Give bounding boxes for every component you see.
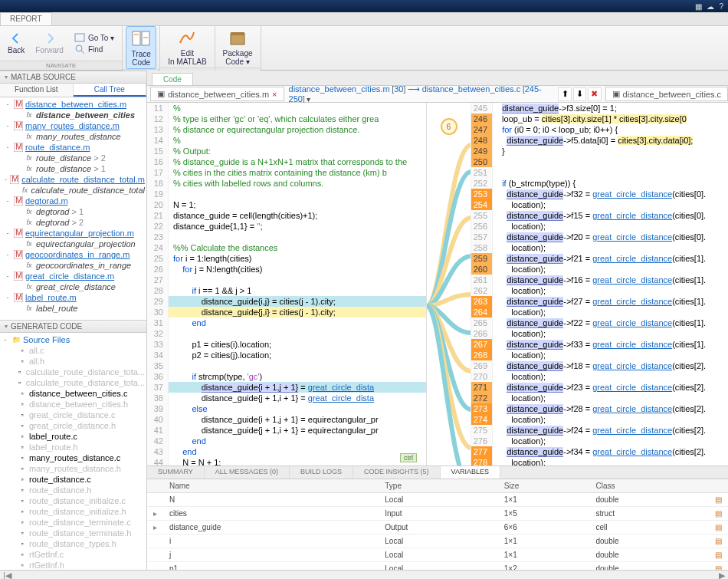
- source-file-row[interactable]: ▫ label_route.h: [0, 442, 146, 452]
- code-line[interactable]: 36 if strcmp(type, 'gc'): [147, 371, 426, 382]
- expand-icon[interactable]: ▸: [147, 507, 163, 521]
- tree-row[interactable]: fx calculate_route_distance_total: [0, 185, 146, 196]
- file-tab-m[interactable]: ▣ distance_between_cities.m ×: [150, 87, 284, 101]
- code-line[interactable]: 14%: [147, 135, 426, 146]
- tree-row[interactable]: fx geocoordinates_in_range: [0, 260, 146, 271]
- source-file-row[interactable]: ▫ route_distance_terminate.c: [0, 517, 146, 528]
- close-icon[interactable]: ×: [272, 90, 277, 99]
- variable-row[interactable]: ▸citiesInput1×5struct▤: [147, 507, 728, 521]
- code-line[interactable]: 25for i = 1:length(cities): [147, 253, 426, 264]
- trace-code-button[interactable]: Trace Code: [126, 26, 156, 69]
- variable-row[interactable]: iLocal1×1double▤: [147, 535, 728, 548]
- source-file-row[interactable]: ▫ all.c: [0, 345, 146, 356]
- details-icon[interactable]: ▤: [709, 507, 728, 521]
- code-line[interactable]: 28 if i == 1 && j > 1: [147, 285, 426, 296]
- tree-row[interactable]: -M distance_between_cities.m: [0, 99, 146, 110]
- scroll-left-icon[interactable]: |◀: [3, 571, 11, 579]
- code-line[interactable]: 268 location);: [471, 350, 728, 360]
- tab-all-messages[interactable]: ALL MESSAGES (0): [205, 466, 290, 479]
- code-line[interactable]: 251: [471, 167, 728, 178]
- code-line[interactable]: 29 distance_guide{i,j} = cities(j - 1).c…: [147, 296, 426, 307]
- variable-row[interactable]: p1Local1×2double▤: [147, 562, 728, 571]
- grid-icon[interactable]: ▦: [695, 2, 702, 11]
- details-icon[interactable]: ▤: [709, 548, 728, 562]
- tab-report[interactable]: REPORT: [0, 12, 52, 25]
- panel-matlab-source[interactable]: MATLAB SOURCE: [0, 71, 146, 84]
- tab-function-list[interactable]: Function List: [0, 84, 74, 97]
- variable-row[interactable]: NLocal1×1double▤: [147, 493, 728, 507]
- code-line[interactable]: 275 distance_guide->f24 = great_circle_d…: [471, 425, 728, 436]
- source-file-row[interactable]: ▫ route_distance_initialize.c: [0, 495, 146, 506]
- scroll-right-icon[interactable]: ▶: [719, 571, 725, 579]
- prev-trace-button[interactable]: ⬆: [558, 87, 571, 101]
- tree-row[interactable]: fx route_distance > 2: [0, 153, 146, 163]
- code-line[interactable]: 41 distance_guide{j + 1,i + 1} = equirec…: [147, 425, 426, 436]
- code-line[interactable]: 253 distance_guide->f32 = great_circle_d…: [471, 189, 728, 199]
- code-line[interactable]: 37 distance_guide{i + 1,j + 1} = great_c…: [147, 382, 426, 393]
- code-line[interactable]: 11%: [147, 103, 426, 113]
- source-file-row[interactable]: ▫ calculate_route_distance_tota...: [0, 367, 146, 377]
- code-line[interactable]: 255 distance_guide->f15 = great_circle_d…: [471, 210, 728, 221]
- package-code-button[interactable]: Package Code ▾: [218, 26, 257, 67]
- back-button[interactable]: Back: [3, 31, 29, 56]
- code-line[interactable]: 35: [147, 360, 426, 371]
- tree-row[interactable]: fx great_circle_distance: [0, 281, 146, 292]
- code-line[interactable]: 250: [471, 156, 728, 167]
- source-files-header[interactable]: -📁 Source Files: [0, 334, 146, 345]
- code-line[interactable]: 248 distance_guide->f5.data[i0] = cities…: [471, 135, 728, 146]
- source-file-row[interactable]: ▫ rtGetInf.c: [0, 549, 146, 560]
- panel-generated-code[interactable]: GENERATED CODE: [0, 320, 146, 333]
- code-line[interactable]: 266 location);: [471, 328, 728, 339]
- code-line[interactable]: 246 loop_ub = cities[3].city.size[1] * c…: [471, 113, 728, 124]
- crumb-src[interactable]: distance_between_cities.m: [289, 84, 390, 94]
- code-line[interactable]: 257 distance_guide->f20 = great_circle_d…: [471, 232, 728, 242]
- tree-row[interactable]: -M degtorad.m: [0, 196, 146, 206]
- expand-icon[interactable]: ▸: [147, 521, 163, 535]
- code-line[interactable]: 15% Output:: [147, 146, 426, 156]
- source-file-row[interactable]: ▫ distance_between_cities.h: [0, 399, 146, 410]
- code-line[interactable]: 259 distance_guide->f21 = great_circle_d…: [471, 253, 728, 264]
- source-file-row[interactable]: ▫ route_distance_initialize.h: [0, 506, 146, 517]
- source-file-row[interactable]: ▫ many_routes_distance.c: [0, 452, 146, 463]
- code-line[interactable]: 20N = 1;: [147, 199, 426, 210]
- code-line[interactable]: 26 for j = N:length(cities): [147, 264, 426, 275]
- code-line[interactable]: 40 distance_guide{i + 1,j + 1} = equirec…: [147, 414, 426, 425]
- col-class[interactable]: Class: [589, 479, 709, 493]
- tree-row[interactable]: -M equirectangular_projection.m: [0, 228, 146, 239]
- cloud-icon[interactable]: ☁: [707, 2, 714, 11]
- code-line[interactable]: 261 distance_guide->f16 = great_circle_d…: [471, 275, 728, 285]
- code-line[interactable]: 276 location);: [471, 436, 728, 446]
- col-type[interactable]: Type: [379, 479, 497, 493]
- next-trace-button[interactable]: ⬇: [573, 87, 586, 101]
- tree-row[interactable]: -M many_routes_distance.m: [0, 120, 146, 131]
- code-line[interactable]: 17% cities in the cities matrix containi…: [147, 167, 426, 178]
- code-line[interactable]: 33 p1 = cities(i).location;: [147, 339, 426, 350]
- code-line[interactable]: 270 location);: [471, 371, 728, 382]
- code-line[interactable]: 13% distance or equirectangular projecti…: [147, 124, 426, 135]
- source-file-row[interactable]: ▫ great_circle_distance.c: [0, 410, 146, 420]
- tab-summary[interactable]: SUMMARY: [147, 466, 205, 479]
- tab-call-tree[interactable]: Call Tree: [74, 84, 147, 97]
- code-line[interactable]: 43 end: [147, 446, 426, 457]
- tree-row[interactable]: -M route_distance.m: [0, 142, 146, 153]
- code-line[interactable]: 18% cities with labelled rows and column…: [147, 178, 426, 189]
- tree-row[interactable]: -M label_route.m: [0, 292, 146, 303]
- tree-row[interactable]: -M geocoordinates_in_range.m: [0, 249, 146, 260]
- code-line[interactable]: 24%% Calculate the distances: [147, 242, 426, 253]
- code-line[interactable]: 31 end: [147, 317, 426, 328]
- tree-row[interactable]: fx degtorad > 2: [0, 217, 146, 228]
- code-line[interactable]: 23: [147, 232, 426, 242]
- source-file-row[interactable]: ▫ many_routes_distance.h: [0, 463, 146, 474]
- code-line[interactable]: 21distance_guide = cell(length(cities)+1…: [147, 210, 426, 221]
- find-button[interactable]: Find: [73, 44, 116, 54]
- code-line[interactable]: 39 else: [147, 403, 426, 414]
- code-line[interactable]: 277 distance_guide->f34 = great_circle_d…: [471, 446, 728, 457]
- tree-row[interactable]: fx label_route: [0, 303, 146, 314]
- source-files-list[interactable]: -📁 Source Files▫ all.c▫ all.h▫ calculate…: [0, 333, 146, 570]
- col-size[interactable]: Size: [498, 479, 590, 493]
- mat

 code[interactable]: 11%12% type is either 'gc' or 'eq', whic…: [147, 103, 427, 466]
- code-line[interactable]: 258 location);: [471, 242, 728, 253]
- code-line[interactable]: 22distance_guide{1,1} = '';: [147, 221, 426, 232]
- code-line[interactable]: 32: [147, 328, 426, 339]
- clear-trace-button[interactable]: ✖: [588, 87, 601, 101]
